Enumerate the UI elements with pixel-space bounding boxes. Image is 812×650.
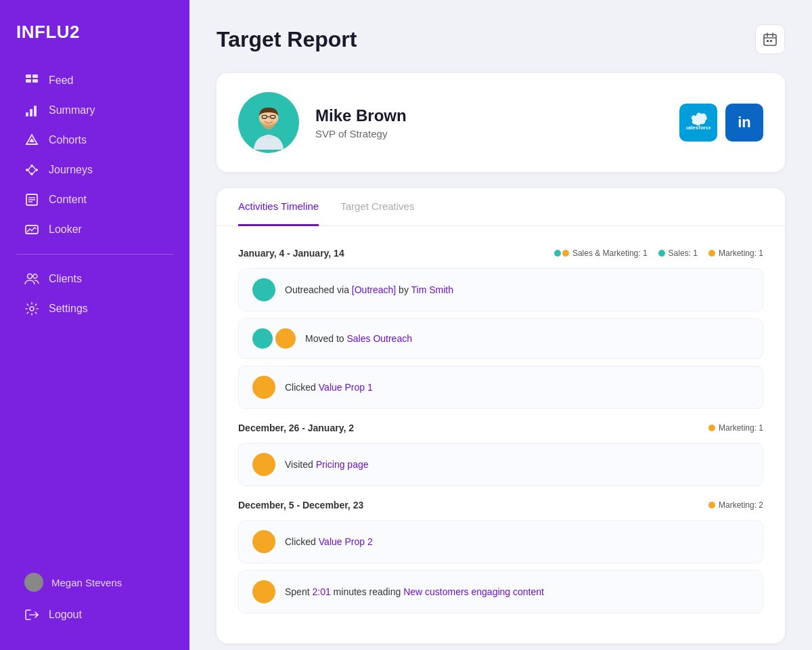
period-section-3: December, 5 - December, 23 Marketing: 2 …: [238, 500, 763, 613]
sidebar-item-cohorts[interactable]: Cohorts: [16, 127, 173, 154]
svg-rect-28: [767, 40, 769, 42]
profile-integrations: salesforce in: [679, 104, 763, 142]
sidebar-item-feed-label: Feed: [49, 74, 73, 87]
svg-rect-0: [26, 74, 31, 78]
badge-marketing: Marketing: 1: [708, 248, 763, 258]
dot-amber-4: [708, 502, 715, 508]
activity-spent-text: Spent 2:01 minutes reading New customers…: [285, 586, 544, 597]
page-header: Target Report: [217, 24, 785, 54]
svg-point-22: [30, 307, 34, 311]
svg-rect-5: [30, 109, 32, 116]
svg-rect-6: [34, 106, 37, 116]
svg-rect-4: [26, 112, 28, 116]
activity-clicked-vp2-text: Clicked Value Prop 2: [285, 536, 373, 547]
badge-sales-marketing: Sales & Marketing: 1: [554, 248, 648, 258]
svg-rect-3: [32, 79, 38, 83]
sidebar-divider: [16, 254, 173, 255]
sidebar-item-summary[interactable]: Summary: [16, 97, 173, 124]
dot-amber-spent: [252, 580, 275, 603]
link-value-prop-2[interactable]: Value Prop 2: [319, 536, 373, 547]
sidebar-item-clients[interactable]: Clients: [16, 265, 173, 292]
cohorts-icon: [24, 133, 39, 147]
looker-icon: [24, 223, 39, 236]
dot-teal-2: [658, 250, 665, 257]
activity-dot-teal: [252, 278, 275, 301]
activity-clicked-vp1-text: Clicked Value Prop 1: [285, 382, 373, 393]
svg-line-11: [28, 167, 30, 171]
settings-icon: [24, 302, 39, 316]
link-time[interactable]: 2:01: [312, 586, 330, 597]
salesforce-icon: salesforce: [686, 110, 710, 135]
link-value-prop-1[interactable]: Value Prop 1: [319, 382, 373, 393]
svg-rect-2: [26, 79, 31, 83]
salesforce-badge[interactable]: salesforce: [679, 104, 717, 142]
avatar: [24, 573, 43, 592]
tab-content: January, 4 - January, 14 Sales & Marketi…: [217, 226, 785, 643]
profile-name: Mike Brown: [315, 106, 679, 125]
profile-avatar: [238, 92, 299, 153]
svg-rect-24: [764, 35, 776, 45]
timeline-period-2: December, 26 - January, 2 Marketing: 1: [238, 422, 763, 433]
page-title: Target Report: [217, 27, 357, 52]
linkedin-badge[interactable]: in: [725, 104, 763, 142]
timeline-period-3: December, 5 - December, 23 Marketing: 2: [238, 500, 763, 511]
sidebar-item-looker[interactable]: Looker: [16, 216, 173, 243]
link-content[interactable]: New customers engaging content: [403, 586, 544, 597]
tab-creatives[interactable]: Target Creatives: [340, 188, 414, 226]
dot-amber: [562, 250, 569, 257]
timeline-period-1: January, 4 - January, 14 Sales & Marketi…: [238, 248, 763, 259]
activity-clicked-vp1: Clicked Value Prop 1: [238, 366, 763, 409]
sidebar-item-logout[interactable]: Logout: [16, 601, 173, 628]
svg-point-21: [33, 274, 37, 278]
dot-teal-moved: [252, 328, 273, 349]
sidebar-user[interactable]: Megan Stevens: [16, 566, 173, 599]
logout-label: Logout: [49, 609, 82, 621]
dot-teal: [554, 250, 561, 257]
svg-rect-29: [770, 40, 772, 42]
link-sales-outreach[interactable]: Sales Outreach: [346, 333, 412, 344]
activity-moved-text: Moved to Sales Outreach: [305, 333, 412, 344]
dot-amber-3: [708, 425, 715, 431]
sidebar-item-journeys[interactable]: Journeys: [16, 156, 173, 183]
link-outreach[interactable]: [Outreach]: [352, 284, 396, 295]
period-3-badges: Marketing: 2: [708, 500, 763, 510]
tab-activities[interactable]: Activities Timeline: [238, 188, 319, 226]
dot-amber-vp2: [252, 530, 275, 553]
dot-amber-2: [708, 250, 715, 257]
period-1-badges: Sales & Marketing: 1 Sales: 1 Marketing:…: [554, 248, 763, 258]
svg-line-12: [33, 167, 35, 170]
link-pricing-page[interactable]: Pricing page: [316, 459, 369, 470]
summary-icon: [24, 104, 39, 117]
badge-marketing-2: Marketing: 1: [708, 423, 763, 433]
svg-point-7: [26, 169, 28, 171]
sidebar-nav: Feed Summary Cohorts: [16, 67, 173, 243]
sidebar-user-section: Megan Stevens Logout: [16, 566, 173, 628]
logout-icon: [24, 608, 39, 622]
period-section-2: December, 26 - January, 2 Marketing: 1 V…: [238, 422, 763, 486]
dot-amber-visited: [252, 453, 275, 476]
sidebar-item-cohorts-label: Cohorts: [49, 134, 87, 146]
period-2-badges: Marketing: 1: [708, 423, 763, 433]
main-content: Target Report: [189, 0, 812, 650]
content-icon: [24, 193, 39, 207]
sidebar-item-feed[interactable]: Feed: [16, 67, 173, 94]
period-section-1: January, 4 - January, 14 Sales & Marketi…: [238, 248, 763, 409]
journeys-icon: [24, 163, 39, 177]
dual-dot: [554, 250, 569, 257]
activity-clicked-vp2: Clicked Value Prop 2: [238, 520, 763, 563]
sidebar-item-content[interactable]: Content: [16, 186, 173, 213]
link-tim-smith[interactable]: Tim Smith: [411, 284, 453, 295]
svg-point-9: [35, 169, 38, 171]
svg-point-8: [30, 165, 33, 167]
sidebar-item-settings[interactable]: Settings: [16, 295, 173, 322]
sidebar-item-looker-label: Looker: [49, 223, 82, 236]
sidebar-item-content-label: Content: [49, 194, 87, 206]
dot-amber-vp1: [252, 376, 275, 399]
svg-rect-1: [32, 74, 38, 78]
svg-text:salesforce: salesforce: [686, 125, 710, 131]
sidebar: INFLU2 Feed Summary: [0, 0, 189, 650]
svg-point-10: [30, 173, 33, 175]
calendar-button[interactable]: [755, 24, 785, 54]
badge-sales: Sales: 1: [658, 248, 698, 258]
sidebar-logo: INFLU2: [16, 22, 173, 43]
